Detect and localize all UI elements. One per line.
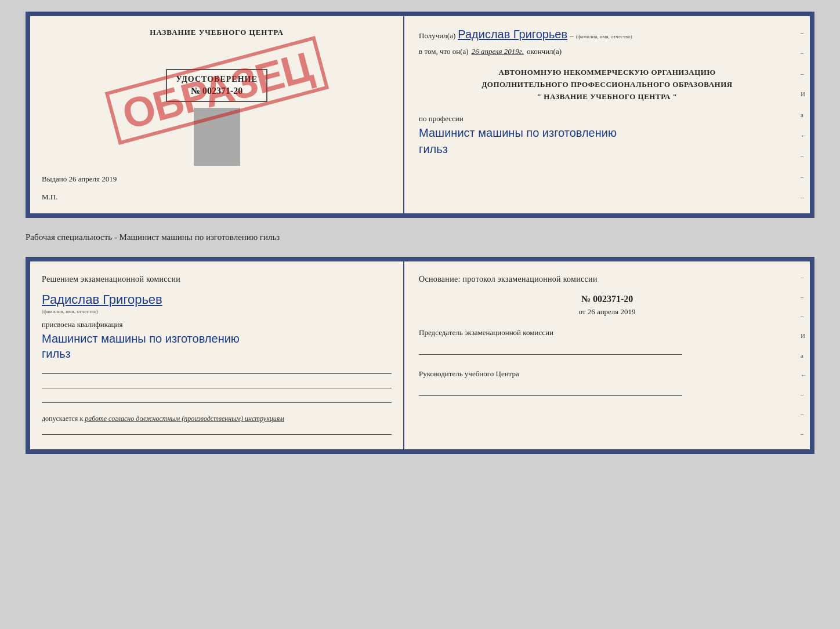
profession-line2: гильз bbox=[419, 143, 795, 156]
profession-label: по профессии bbox=[419, 114, 795, 123]
date-suffix: окончил(а) bbox=[527, 47, 562, 56]
qualification-label: присвоена квалификация bbox=[42, 320, 392, 329]
date-value: 26 апреля 2019г. bbox=[472, 47, 524, 56]
date-value-bottom: 26 апреля 2019 bbox=[588, 307, 636, 316]
issued-label: Выдано bbox=[42, 174, 67, 183]
chairman-sig-line bbox=[419, 340, 682, 355]
received-line: Получил(а) Радислав Григорьев – (фамилия… bbox=[419, 28, 795, 41]
bottom-doc-right: Основание: протокол экзаменационной коми… bbox=[404, 261, 810, 449]
date-prefix: в том, что он(а) bbox=[419, 47, 469, 56]
top-document: НАЗВАНИЕ УЧЕБНОГО ЦЕНТРА ОБРАЗЕЦ УДОСТОВ… bbox=[26, 12, 814, 218]
org-line3: " НАЗВАНИЕ УЧЕБНОГО ЦЕНТРА " bbox=[419, 91, 795, 103]
date-line: в том, что он(а) 26 апреля 2019г. окончи… bbox=[419, 47, 795, 56]
underline-1 bbox=[42, 362, 392, 374]
qualification-value: Машинист машины по изготовлению bbox=[42, 332, 392, 346]
top-left-title: НАЗВАНИЕ УЧЕБНОГО ЦЕНТРА bbox=[42, 28, 392, 37]
top-doc-left: НАЗВАНИЕ УЧЕБНОГО ЦЕНТРА ОБРАЗЕЦ УДОСТОВ… bbox=[30, 16, 404, 213]
profession-value: Машинист машины по изготовлению bbox=[419, 126, 795, 140]
decision-text: Решением экзаменационной комиссии bbox=[42, 273, 392, 285]
org-line1: АВТОНОМНУЮ НЕКОММЕРЧЕСКУЮ ОРГАНИЗАЦИЮ bbox=[419, 67, 795, 79]
director-sig-line bbox=[419, 381, 682, 396]
received-prefix: Получил(а) bbox=[419, 31, 455, 41]
protocol-number: № 002371-20 bbox=[419, 294, 795, 304]
bottom-document: Решением экзаменационной комиссии Радисл… bbox=[26, 257, 814, 454]
allowed-text: допускается к работе согласно должностны… bbox=[42, 415, 392, 423]
basis-title: Основание: протокол экзаменационной коми… bbox=[419, 273, 795, 285]
side-marks-top: – – – И а ← – – – bbox=[801, 16, 807, 213]
profession-block: по профессии Машинист машины по изготовл… bbox=[419, 114, 795, 156]
underline-4 bbox=[42, 423, 392, 435]
fio-label-top: (фамилия, имя, отчество) bbox=[576, 34, 632, 39]
recipient-name: Радислав Григорьев bbox=[458, 28, 567, 41]
protocol-date: от 26 апреля 2019 bbox=[419, 307, 795, 317]
date-prefix-bottom: от bbox=[579, 307, 586, 316]
issued-date: Выдано 26 апреля 2019 bbox=[42, 174, 392, 184]
allowed-detail: работе согласно должностным (производств… bbox=[85, 415, 284, 423]
qualification-line2: гильз bbox=[42, 347, 392, 361]
org-line2: ДОПОЛНИТЕЛЬНОГО ПРОФЕССИОНАЛЬНОГО ОБРАЗО… bbox=[419, 79, 795, 91]
underline-3 bbox=[42, 391, 392, 403]
chairman-block: Председатель экзаменационной комиссии bbox=[419, 328, 795, 358]
caption-line: Рабочая специальность - Машинист машины … bbox=[26, 230, 814, 245]
underline-2 bbox=[42, 377, 392, 388]
allowed-prefix: допускается к bbox=[42, 415, 83, 423]
stamp-area: ОБРАЗЕЦ УДОСТОВЕРЕНИЕ № 002371-20 bbox=[42, 46, 392, 166]
director-block: Руководитель учебного Центра bbox=[419, 369, 795, 399]
issued-date-value: 26 апреля 2019 bbox=[69, 174, 117, 183]
org-block: АВТОНОМНУЮ НЕКОММЕРЧЕСКУЮ ОРГАНИЗАЦИЮ ДО… bbox=[419, 67, 795, 103]
bottom-doc-left: Решением экзаменационной комиссии Радисл… bbox=[30, 261, 404, 449]
chairman-label: Председатель экзаменационной комиссии bbox=[419, 328, 795, 337]
top-doc-right: Получил(а) Радислав Григорьев – (фамилия… bbox=[404, 16, 810, 213]
director-label: Руководитель учебного Центра bbox=[419, 369, 795, 379]
side-marks-bottom: – – – И а ← – – – bbox=[801, 261, 807, 449]
bottom-person-name: Радислав Григорьев bbox=[42, 292, 392, 307]
mp-label: М.П. bbox=[42, 192, 392, 202]
bottom-fio-label: (фамилия, имя, отчество) bbox=[42, 308, 392, 314]
